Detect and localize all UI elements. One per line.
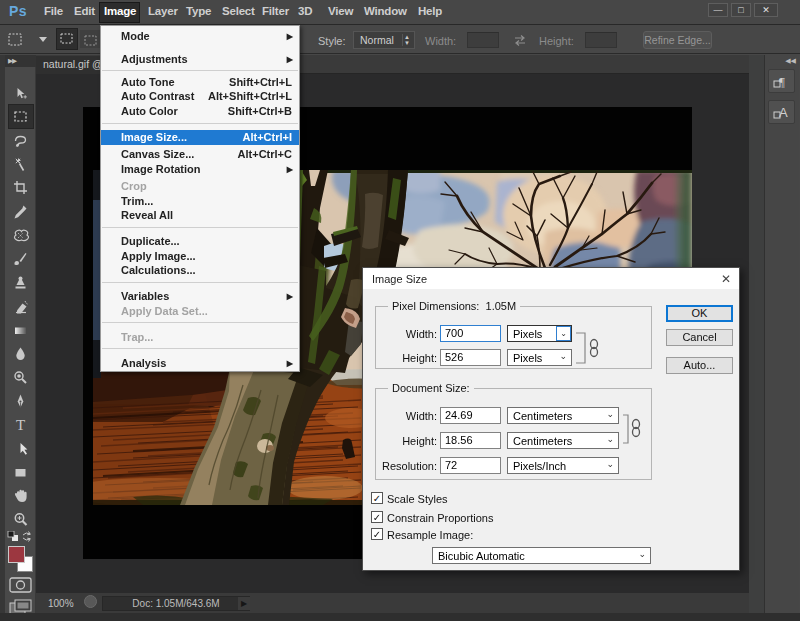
svg-text:T: T bbox=[16, 417, 25, 433]
